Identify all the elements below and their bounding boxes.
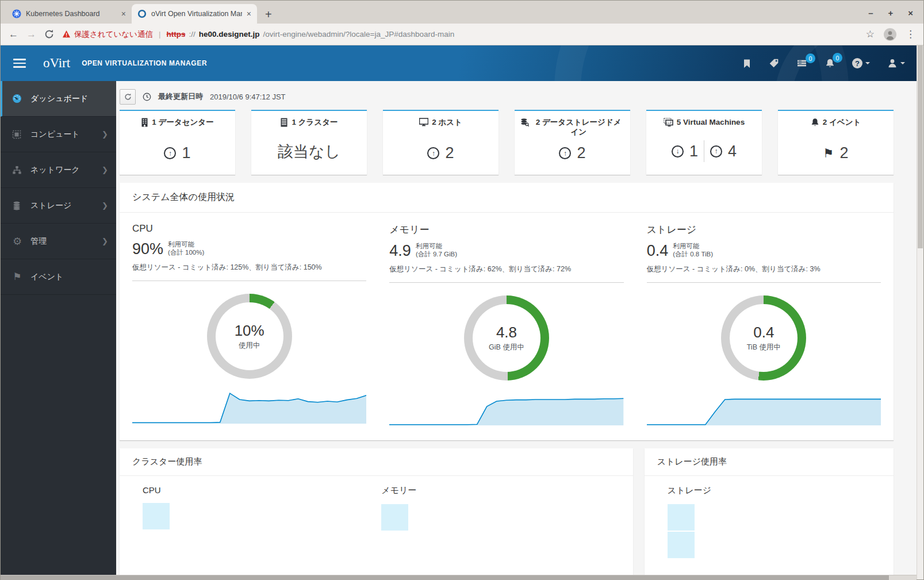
heatmap-cell[interactable] [381,504,408,531]
forward-icon[interactable]: → [26,29,36,40]
utilization-column-storage: ストレージ 0.4 利用可能 (合計 0.8 TiB) 仮想リソース - コミッ… [647,223,881,425]
donut-center-value: 10% [235,322,264,340]
tab-ovirt-manager[interactable]: oVirt Open Virtualization Manag × [132,4,257,24]
column-title: CPU [132,223,366,235]
compute-chip-icon [12,130,22,139]
sidebar-item-label: 管理 [30,236,47,247]
security-warning-icon [62,30,71,39]
column-title: メモリー [389,223,623,236]
na-value: 該当なし [278,141,340,162]
minimize-button[interactable]: – [868,8,873,18]
available-label: 利用可能 (合計 9.7 GiB) [416,242,457,259]
help-menu[interactable]: ? [852,58,870,68]
url-path: /ovirt-engine/webadmin/?locale=ja_JP#das… [263,30,454,39]
gear-icon: ⚙ [12,235,22,248]
tab-close-icon[interactable]: × [121,9,126,18]
column-title: ストレージ [647,223,881,236]
storage-sparkline-chart [647,391,881,425]
back-icon[interactable]: ← [9,29,18,40]
tasks-icon[interactable]: 0 [796,59,808,68]
card-title: 2 ホスト [432,118,462,128]
sidebar-item-administration[interactable]: ⚙ 管理 ❯ [1,224,116,259]
reload-icon[interactable] [44,29,54,39]
sidebar-item-dashboard[interactable]: ダッシュボード [1,81,116,117]
window-controls: – + × [868,8,923,24]
bookmark-star-icon[interactable]: ☆ [866,28,875,40]
chevron-right-icon: ❯ [102,237,108,245]
alerts-badge: 0 [833,53,842,63]
heatmap-label: メモリー [381,485,620,496]
ovirt-masthead: oVirt OPEN VIRTUALIZATION MANAGER 0 0 ? [1,45,918,81]
chevron-down-icon [900,62,905,64]
hamburger-menu-icon[interactable] [13,59,26,68]
kubernetes-favicon-icon [12,9,21,18]
up-count: 4 [728,143,737,160]
sidebar-item-label: ネットワーク [30,165,80,175]
chevron-right-icon: ❯ [102,130,108,139]
cluster-cpu-heatmap: CPU [143,485,381,532]
heatmap-cell[interactable] [668,504,695,531]
vm-up-link[interactable]: ↑ 4 [710,143,737,160]
storage-domain-icon [520,118,529,127]
ovirt-logo[interactable]: oVirt [43,56,70,71]
refresh-button[interactable] [120,89,136,105]
card-value-link[interactable]: ↑ 1 [164,144,190,162]
browser-urlbar: ← → 保護されていない通信 | https ://he00.designet.… [1,24,923,45]
user-menu[interactable] [887,58,905,68]
card-events: 2 イベント ⚑ 2 [778,110,894,175]
card-value-link[interactable]: ↑ 2 [427,144,454,162]
browser-window: Kubernetes Dashboard × oVirt Open Virtua… [0,0,924,580]
host-monitor-icon [419,118,428,126]
storage-heatmap: ストレージ [668,485,881,559]
flag-icon: ⚑ [12,271,22,283]
heatmap-cell[interactable] [668,532,695,558]
storage-donut-chart: 0.4 TiB 使用中 [721,295,806,381]
heatmap-cell[interactable] [143,503,170,529]
security-warning-label: 保護されていない通信 [74,29,153,40]
sidebar-item-network[interactable]: ネットワーク ❯ [1,152,116,188]
arrow-up-circle-icon: ↑ [427,147,439,159]
sidebar-item-compute[interactable]: コンピュート ❯ [1,117,116,152]
up-count: 2 [577,144,585,162]
help-icon: ? [852,58,862,68]
horizontal-scrollbar[interactable] [1,575,917,580]
tab-kubernetes-dashboard[interactable]: Kubernetes Dashboard × [6,4,132,24]
utilization-column-cpu: CPU 90% 利用可能 (合計 100%) 仮想リソース - コミット済み: … [132,223,366,425]
card-value-link[interactable]: ⚑ 2 [823,144,849,162]
user-icon [887,58,898,68]
available-label: 利用可能 (合計 100%) [168,240,204,257]
arrow-up-circle-icon: ↑ [710,145,722,158]
vm-down-link[interactable]: ↓ 1 [672,143,698,160]
available-value: 90% [132,241,163,257]
available-value: 0.4 [647,243,669,259]
tab-close-icon[interactable]: × [247,9,251,18]
tags-icon[interactable] [769,58,779,68]
profile-avatar[interactable] [884,28,896,41]
vertical-scrollbar[interactable] [917,45,923,579]
sidebar-item-events[interactable]: ⚑ イベント [1,259,116,295]
chevron-down-icon [865,62,870,64]
card-title: 2 データストレージドメイン [532,118,624,137]
available-value: 4.9 [389,243,411,259]
notifications-bell-icon[interactable]: 0 [825,58,835,68]
sidebar-item-storage[interactable]: ストレージ ❯ [1,188,116,224]
last-updated-value: 2019/10/6 9:47:12 JST [210,93,286,101]
sidebar-item-label: ストレージ [30,201,71,211]
address-field[interactable]: 保護されていない通信 | https ://he00.designet.jp/o… [62,29,858,40]
maximize-button[interactable]: + [888,8,893,18]
last-updated-label: 最終更新日時 [158,91,203,102]
heatmap-label: CPU [143,485,381,495]
browser-titlebar: Kubernetes Dashboard × oVirt Open Virtua… [1,1,923,24]
sidebar-item-label: ダッシュボード [30,94,88,104]
close-button[interactable]: × [908,8,913,18]
cpu-donut-chart: 10% 使用中 [207,294,292,379]
virtual-resources-line: 仮想リソース - コミット済み: 62%、割り当て済み: 72% [389,264,623,274]
storage-utilization-card: ストレージ使用率 ストレージ > 90% 75-90% 65-75% < 65% [645,448,894,580]
tab-title: oVirt Open Virtualization Manag [151,10,242,18]
card-value-link[interactable]: ↑ 2 [559,144,585,162]
tab-strip: Kubernetes Dashboard × oVirt Open Virtua… [1,1,868,24]
browser-menu-icon[interactable]: ⋮ [906,28,915,40]
datacenter-building-icon [141,118,148,127]
bookmarks-icon[interactable] [742,59,752,68]
new-tab-button[interactable]: + [257,8,280,24]
